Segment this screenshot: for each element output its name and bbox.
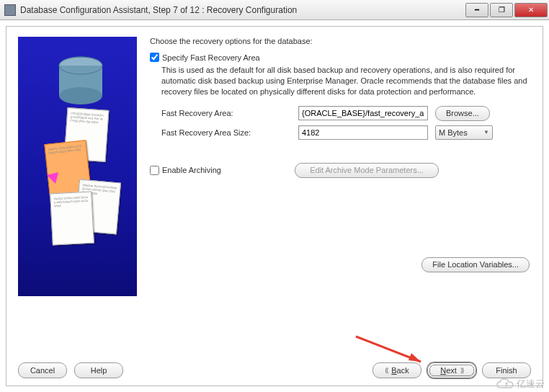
specify-fra-label: Specify Fast Recovery Area <box>162 53 260 62</box>
fra-size-unit-combo[interactable]: M Bytes ▼ <box>435 125 493 140</box>
fra-area-input[interactable] <box>298 106 428 120</box>
window-title: Database Configuration Assistant, Step 7… <box>20 5 464 15</box>
file-location-variables-button[interactable]: File Location Variables... <box>421 257 530 272</box>
svg-marker-4 <box>34 172 58 197</box>
chevron-down-icon: ▼ <box>483 129 489 135</box>
next-button[interactable]: Next ⟩⟩ <box>427 362 476 378</box>
fra-size-unit-value: M Bytes <box>439 128 468 137</box>
back-button[interactable]: ⟨⟨ Back <box>372 362 421 378</box>
specify-fra-checkbox[interactable] <box>150 53 159 62</box>
edit-archive-params-button[interactable]: Edit Archive Mode Parameters... <box>295 163 439 178</box>
fra-area-label: Fast Recovery Area: <box>161 109 298 117</box>
instruction-text: Choose the recovery options for the data… <box>150 37 531 45</box>
app-icon <box>4 4 16 16</box>
minimize-button[interactable]: ━ <box>465 3 488 17</box>
svg-marker-6 <box>409 353 421 362</box>
cancel-button[interactable]: Cancel <box>18 362 67 378</box>
maximize-button[interactable]: ❐ <box>490 3 513 17</box>
enable-archiving-checkbox[interactable] <box>150 166 159 175</box>
dialog-frame: VXhQ2ZhdQjwr h52nkZmQ kw2PgQJk nw1 Pzh w… <box>6 26 543 386</box>
fra-description: This is used as the default for all disk… <box>161 65 531 97</box>
close-button[interactable]: ✕ <box>514 3 548 17</box>
footer: Cancel Help ⟨⟨ Back Next ⟩⟩ Finish <box>18 362 531 378</box>
chevron-left-icon: ⟨⟨ <box>385 367 388 374</box>
help-button[interactable]: Help <box>74 362 123 378</box>
form-area: Choose the recovery options for the data… <box>150 37 531 341</box>
enable-archiving-label: Enable Archiving <box>162 166 295 174</box>
browse-button[interactable]: Browse... <box>435 106 490 121</box>
title-bar: Database Configuration Assistant, Step 7… <box>0 0 549 20</box>
window-controls: ━ ❐ ✕ <box>464 3 548 17</box>
svg-point-2 <box>59 87 102 104</box>
fra-size-input[interactable] <box>298 125 428 140</box>
chevron-right-icon: ⟩⟩ <box>460 367 463 374</box>
fra-size-label: Fast Recovery Area Size: <box>161 128 298 137</box>
finish-button[interactable]: Finish <box>482 362 531 378</box>
wizard-side-image: VXhQ2ZhdQjwr h52nkZmQ kw2PgQJk nw1 Pzh w… <box>18 37 137 296</box>
